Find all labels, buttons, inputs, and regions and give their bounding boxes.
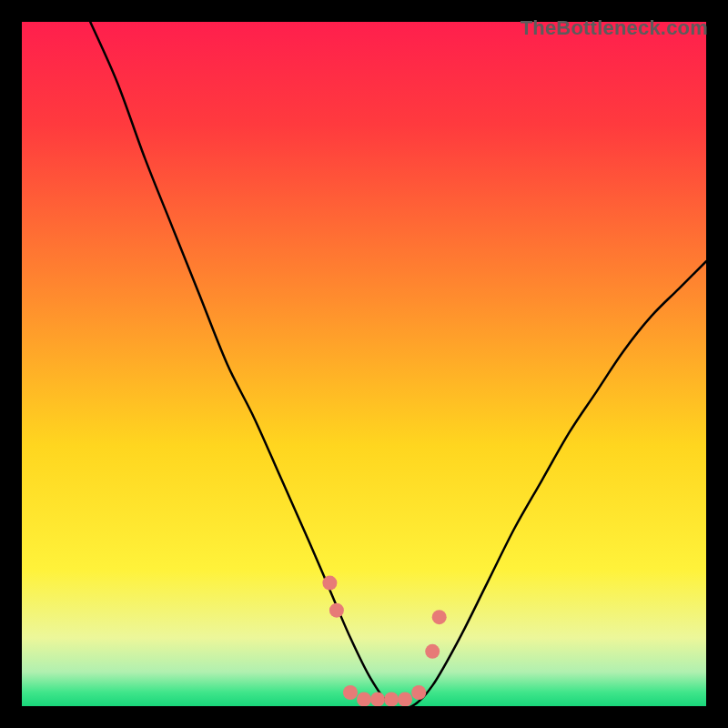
- chart-marker: [425, 644, 440, 659]
- chart-marker: [322, 576, 337, 591]
- chart-marker: [357, 693, 371, 707]
- chart-plot-area: [22, 22, 706, 706]
- chart-marker: [384, 693, 399, 707]
- chart-svg: [22, 22, 706, 706]
- chart-background: [22, 22, 706, 706]
- chart-marker: [398, 693, 412, 707]
- chart-frame: [14, 14, 714, 714]
- chart-marker: [411, 685, 426, 700]
- chart-marker: [343, 685, 358, 700]
- chart-marker: [329, 603, 344, 618]
- chart-marker: [432, 610, 447, 624]
- watermark-label: TheBottleneck.com: [521, 16, 708, 40]
- chart-marker: [370, 693, 385, 707]
